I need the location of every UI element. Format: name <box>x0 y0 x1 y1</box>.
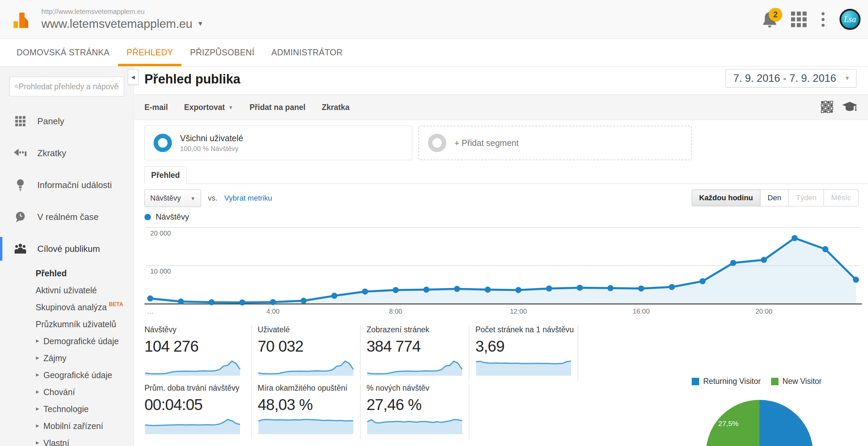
stat-label: Počet stránek na 1 návštěvu <box>475 325 578 334</box>
segment-name: Všichni uživatelé <box>180 133 243 143</box>
nav-tab-p-izp-soben-[interactable]: PŘIZPŮSOBENÍ <box>181 39 263 66</box>
stat-value: 3,69 <box>475 337 578 355</box>
sidebar-subitem-label: Skupinová analýza <box>36 302 107 312</box>
sparkline-chart <box>144 417 241 434</box>
add-to-dashboard-button[interactable]: Přidat na panel <box>250 103 305 112</box>
email-button[interactable]: E-mail <box>144 103 168 112</box>
stat-sparkline <box>144 359 251 377</box>
y-axis-label: 20 000 <box>150 229 171 237</box>
stat-sparkline <box>475 359 578 377</box>
sidebar-search <box>9 77 124 96</box>
sidebar-subitem-label: Vlastní <box>43 438 69 446</box>
visits-line-chart[interactable]: 10 00020 000 …4:008:0012:0016:0020:00 <box>144 224 862 318</box>
sidebar-subitem-label: Průzkumník uživatelů <box>36 319 116 329</box>
account-selector[interactable]: www.letemsvetemapplem.eu ▼ <box>41 17 203 31</box>
sidebar-subitem-skupinová-analýza[interactable]: Skupinová analýzaBETA <box>0 299 134 316</box>
stat-card-uživatelé: Uživatelé70 032 <box>252 325 360 381</box>
sidebar-subitem-průzkumník-uživatelů[interactable]: Průzkumník uživatelů <box>0 316 134 333</box>
sidebar-item-zkratky[interactable]: Zkratky <box>0 137 134 169</box>
nav-tab-administr-tor[interactable]: ADMINISTRÁTOR <box>263 39 351 66</box>
nav-tab-domovsk-str-nka[interactable]: DOMOVSKÁ STRÁNKA <box>8 39 118 66</box>
sidebar-subitem-label: Mobilní zařízení <box>43 421 103 431</box>
shortcut-button[interactable]: Zkratka <box>322 103 350 112</box>
realtime-icon <box>14 211 27 223</box>
sidebar-item-informační-události[interactable]: Informační události <box>0 169 134 201</box>
report-toolbar: E-mail Exportovat▼ Přidat na panel Zkrat… <box>134 94 868 120</box>
sidebar-item-v-reálném-čase[interactable]: V reálném čase <box>0 201 134 233</box>
visitor-type-legend: Returning VisitorNew Visitor <box>692 377 822 386</box>
expand-arrow-icon: ▸ <box>36 354 39 361</box>
add-segment-button[interactable]: + Přidat segment <box>418 126 692 160</box>
legend-label: New Visitor <box>783 377 822 386</box>
dashboards-icon <box>14 115 27 127</box>
shortcuts-icon <box>14 149 27 157</box>
sidebar-subitem-label: Chování <box>43 387 75 397</box>
stat-label: Zobrazení stránek <box>367 325 469 334</box>
stat-value: 104 276 <box>144 337 251 355</box>
sidebar-subitem-label: Přehled <box>36 268 67 278</box>
page-title: Přehled publika <box>144 72 240 87</box>
expand-arrow-icon: ▸ <box>36 371 39 378</box>
legend-item-new-visitor: New Visitor <box>771 377 822 386</box>
stat-label: Návštěvy <box>144 325 251 334</box>
expand-arrow-icon: ▸ <box>36 439 39 446</box>
sidebar-subitem-zájmy[interactable]: ▸Zájmy <box>0 350 134 367</box>
segment-donut-icon <box>428 134 446 152</box>
x-axis-label: 8:00 <box>389 308 402 315</box>
chevron-down-icon: ▼ <box>228 105 233 110</box>
report-area: Přehled publika 7. 9. 2016 - 7. 9. 2016 … <box>134 67 868 446</box>
stat-sparkline <box>367 359 469 377</box>
education-cap-icon[interactable] <box>842 100 858 114</box>
sidebar-subitem-mobilní-zařízení[interactable]: ▸Mobilní zařízení <box>0 417 134 434</box>
tab-prehled[interactable]: Přehled <box>144 166 186 184</box>
sidebar-item-panely[interactable]: Panely <box>0 105 134 137</box>
granularity-měsíc: Měsíc <box>824 190 858 206</box>
sidebar-subitem-label: Aktivní uživatelé <box>36 285 97 295</box>
sidebar-subitem-geografické-údaje[interactable]: ▸Geografické údaje <box>0 367 134 384</box>
stat-label: Prům. doba trvání návštěvy <box>144 384 251 393</box>
legend-swatch-icon <box>692 378 699 385</box>
analytics-logo-icon <box>12 10 32 29</box>
apps-grid-button[interactable] <box>791 12 807 27</box>
sparkline-chart <box>144 359 241 376</box>
account-url: http://www.letemsvetemapplem.eu <box>41 8 203 16</box>
stat-value: 48,03 % <box>258 395 360 414</box>
metric-select[interactable]: Návštěvy ▼ <box>144 189 201 207</box>
x-axis-label: 12:00 <box>510 308 527 315</box>
account-header: http://www.letemsvetemapplem.eu www.lete… <box>41 8 203 31</box>
granularity-každou-hodinu[interactable]: Každou hodinu <box>692 190 760 206</box>
notifications-button[interactable]: 2 <box>762 11 778 28</box>
expand-arrow-icon: ▸ <box>36 405 39 412</box>
sidebar-subitem-chování[interactable]: ▸Chování <box>0 384 134 401</box>
overflow-menu-button[interactable] <box>820 12 827 27</box>
data-grid-icon[interactable] <box>821 100 834 114</box>
notification-badge: 2 <box>769 8 782 21</box>
sidebar-item-cílové-publikum[interactable]: Cílové publikum <box>0 233 134 265</box>
x-axis-label: … <box>147 308 154 315</box>
granularity-switch: Každou hodinuDenTýdenMěsíc <box>692 189 859 206</box>
sidebar-subitem-technologie[interactable]: ▸Technologie <box>0 401 134 417</box>
avatar[interactable]: Lsa <box>840 9 861 30</box>
sidebar-subitem-přehled[interactable]: Přehled <box>0 265 134 282</box>
sidebar: PanelyZkratkyInformační událostiV reálné… <box>0 67 134 446</box>
date-range-picker[interactable]: 7. 9. 2016 - 7. 9. 2016 ▼ <box>726 69 856 88</box>
granularity-den[interactable]: Den <box>760 190 788 206</box>
sidebar-subitem-vlastní[interactable]: ▸Vlastní <box>0 434 134 446</box>
chart-series-legend: Návštěvy <box>144 212 868 221</box>
y-axis-label: 10 000 <box>150 267 171 275</box>
export-button[interactable]: Exportovat▼ <box>184 103 233 112</box>
nav-tab-p-ehledy[interactable]: PŘEHLEDY <box>118 39 181 66</box>
sidebar-subitem-aktivní-uživatelé[interactable]: Aktivní uživatelé <box>0 282 134 299</box>
choose-metric-link[interactable]: Vybrat metriku <box>224 194 272 203</box>
segment-all-users[interactable]: Všichni uživatelé 100,00 % Návštěvy <box>144 126 412 160</box>
search-input[interactable] <box>19 82 119 91</box>
expand-arrow-icon: ▸ <box>36 337 39 345</box>
expand-arrow-icon: ▸ <box>36 422 39 429</box>
vs-label: vs. <box>208 194 217 203</box>
beta-badge: BETA <box>109 301 123 308</box>
stat-card-prům-doba-trvání-návštěvy: Prům. doba trvání návštěvy00:04:05 <box>144 384 252 439</box>
sidebar-subitem-demografické-údaje[interactable]: ▸Demografické údaje <box>0 333 134 350</box>
sidebar-collapse-button[interactable]: ◀ <box>128 69 138 85</box>
x-axis-label: 4:00 <box>267 308 280 315</box>
stat-sparkline <box>144 417 251 435</box>
